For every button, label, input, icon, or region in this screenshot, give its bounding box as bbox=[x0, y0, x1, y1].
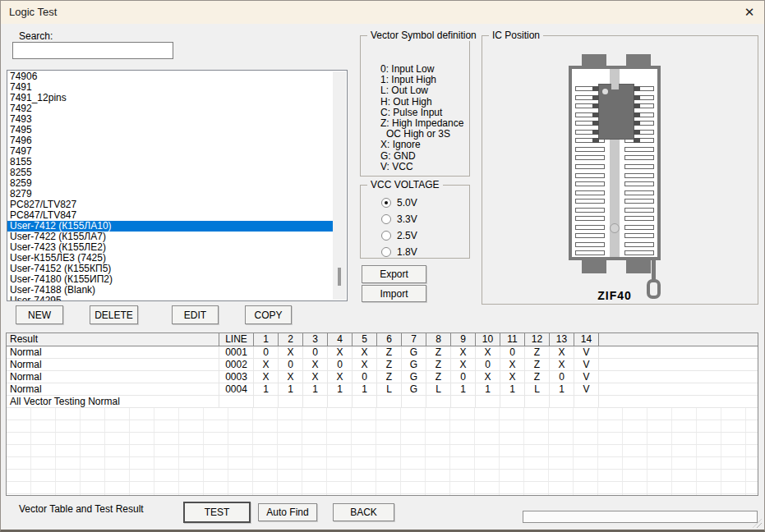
table-cell: 0003 bbox=[219, 371, 254, 383]
table-cell: 0 bbox=[353, 371, 377, 383]
table-row[interactable]: Normal0003XXXX0ZGZ0XXZ0V bbox=[7, 371, 758, 383]
column-header: 12 bbox=[525, 333, 550, 346]
edit-button[interactable]: EDIT bbox=[172, 305, 219, 324]
table-cell-filler bbox=[599, 346, 758, 358]
list-item[interactable]: User-74152 (К155КП5) bbox=[7, 264, 333, 274]
test-button[interactable]: TEST bbox=[183, 502, 251, 523]
radio-icon bbox=[381, 198, 391, 208]
pin-slot bbox=[624, 233, 654, 238]
list-item[interactable]: 7491_12pins bbox=[7, 93, 333, 103]
pin-slot bbox=[624, 250, 654, 255]
radio-icon bbox=[381, 247, 391, 257]
table-cell: X bbox=[476, 371, 500, 383]
table-cell bbox=[279, 396, 303, 407]
new-button[interactable]: NEW bbox=[16, 305, 63, 324]
list-item[interactable]: User-7412 (К155ЛА10) bbox=[7, 221, 333, 232]
list-item[interactable]: PC847/LTV847 bbox=[7, 210, 333, 221]
vector-symbol-line: G: GND bbox=[380, 151, 463, 162]
table-row[interactable]: Normal000411111LGL111L1V bbox=[7, 383, 758, 396]
ic-listbox[interactable]: 7490674917491_12pins74927493749574967497… bbox=[7, 70, 348, 301]
list-item[interactable]: User-7422 (К155ЛА7) bbox=[7, 232, 333, 242]
pin-contact-mark bbox=[634, 95, 640, 100]
list-item[interactable]: 7493 bbox=[7, 114, 333, 125]
list-item[interactable]: PC827/LTV827 bbox=[7, 200, 333, 210]
radio-label: 5.0V bbox=[397, 197, 417, 209]
pin-contact-mark bbox=[634, 130, 640, 135]
list-item[interactable]: User-7423 (К155ЛЕ2) bbox=[7, 242, 333, 253]
list-item[interactable]: 7497 bbox=[7, 146, 333, 157]
search-label: Search: bbox=[19, 30, 53, 42]
radio-label: 3.3V bbox=[397, 213, 417, 225]
vector-symbol-group-title: Vector Symbol definition bbox=[367, 30, 480, 41]
table-header: ResultLINE1234567891011121314 bbox=[7, 333, 758, 346]
vcc-radio[interactable]: 1.8V bbox=[381, 246, 417, 257]
list-item[interactable]: 8279 bbox=[7, 189, 333, 200]
table-cell-filler bbox=[599, 371, 758, 383]
table-cell: X bbox=[303, 359, 328, 370]
table-cell: 0 bbox=[550, 371, 574, 383]
table-cell: X bbox=[254, 359, 279, 370]
table-cell bbox=[451, 396, 476, 407]
import-button[interactable]: Import bbox=[362, 285, 426, 302]
table-cell-filler bbox=[599, 359, 758, 370]
table-cell: Normal bbox=[7, 359, 219, 370]
list-item[interactable]: User-К155ЛЕ3 (7425) bbox=[7, 253, 333, 264]
pin-slot bbox=[575, 225, 605, 230]
pin-contact-mark bbox=[634, 112, 640, 117]
list-item[interactable]: 7492 bbox=[7, 103, 333, 114]
list-item[interactable]: User-74295 bbox=[7, 296, 333, 301]
table-cell: G bbox=[402, 359, 426, 370]
table-cell: 0 bbox=[476, 359, 500, 370]
table-row[interactable]: Normal0002X0X0XZGZX0XZXV bbox=[7, 359, 758, 371]
listbox-scrollbar[interactable] bbox=[333, 71, 346, 300]
list-item[interactable]: 8255 bbox=[7, 167, 333, 178]
list-item[interactable]: 8155 bbox=[7, 157, 333, 167]
radio-label: 1.8V bbox=[397, 246, 417, 258]
table-cell: X bbox=[254, 371, 279, 383]
list-item[interactable]: User-74188 (Blank) bbox=[7, 285, 333, 296]
table-cell: Z bbox=[426, 346, 451, 358]
list-item[interactable]: 7496 bbox=[7, 135, 333, 146]
export-button[interactable]: Export bbox=[362, 265, 426, 283]
table-cell: Z bbox=[525, 359, 550, 370]
column-header: 2 bbox=[279, 333, 303, 346]
close-icon[interactable]: ✕ bbox=[740, 3, 758, 21]
table-cell: Z bbox=[525, 371, 550, 383]
list-item[interactable]: 74906 bbox=[7, 71, 333, 82]
table-row[interactable]: Normal00010X0XXZGZXX0ZXV bbox=[7, 346, 758, 359]
result-table[interactable]: ResultLINE1234567891011121314 Normal0001… bbox=[6, 332, 758, 496]
table-row[interactable]: All Vector Testing Normal bbox=[7, 396, 758, 408]
table-cell: 0 bbox=[500, 346, 525, 358]
list-item[interactable]: 7495 bbox=[7, 125, 333, 135]
auto-find-button[interactable]: Auto Find bbox=[258, 503, 317, 521]
column-header: 11 bbox=[500, 333, 525, 346]
table-cell: G bbox=[402, 383, 426, 395]
pin-slot bbox=[624, 155, 654, 160]
search-input[interactable] bbox=[12, 42, 173, 59]
table-cell: 1 bbox=[303, 383, 328, 395]
delete-button[interactable]: DELETE bbox=[90, 305, 138, 324]
copy-button[interactable]: COPY bbox=[245, 305, 292, 324]
vcc-radio[interactable]: 2.5V bbox=[381, 230, 417, 241]
pin-contact-mark bbox=[592, 112, 599, 117]
back-button[interactable]: BACK bbox=[333, 503, 394, 521]
table-cell: G bbox=[402, 371, 426, 383]
list-item[interactable]: 8259 bbox=[7, 178, 333, 189]
vcc-radio[interactable]: 3.3V bbox=[381, 213, 417, 224]
table-cell: Normal bbox=[7, 383, 219, 395]
vcc-radio[interactable]: 5.0V bbox=[381, 197, 417, 208]
column-header: 6 bbox=[377, 333, 402, 346]
column-header: 7 bbox=[402, 333, 426, 346]
table-cell: X bbox=[500, 359, 525, 370]
list-item[interactable]: 7491 bbox=[7, 82, 333, 93]
table-cell-filler bbox=[599, 396, 758, 407]
scrollbar-thumb[interactable] bbox=[338, 268, 341, 286]
radio-icon bbox=[381, 214, 391, 224]
pin-contact-mark bbox=[634, 138, 640, 143]
pin-slot bbox=[624, 147, 654, 152]
list-item[interactable]: User-74180 (К155ИП2) bbox=[7, 274, 333, 285]
table-cell: 1 bbox=[451, 383, 476, 395]
vector-symbol-line: H: Out High bbox=[380, 97, 463, 108]
table-cell: X bbox=[353, 346, 377, 358]
table-cell: Normal bbox=[7, 346, 219, 358]
